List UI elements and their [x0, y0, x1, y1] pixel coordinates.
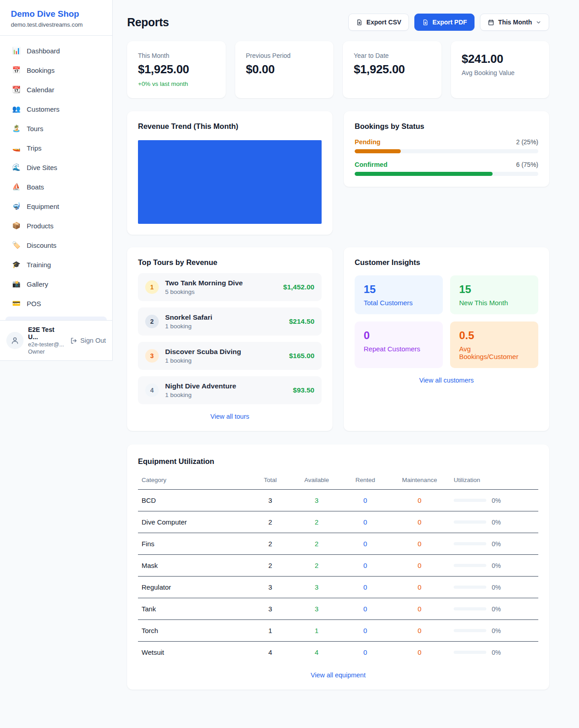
equipment-utilization: 0% — [450, 620, 538, 642]
brand-block: Demo Dive Shop demo.test.divestreams.com — [0, 0, 112, 36]
utilization-percent: 0% — [492, 605, 501, 613]
stats-row: This Month $1,925.00 +0% vs last month P… — [127, 41, 549, 98]
page-header: Reports Export CSV Export PDF This Month — [127, 14, 549, 31]
equipment-utilization-title: Equipment Utilization — [138, 457, 538, 466]
equipment-available: 2 — [292, 555, 342, 577]
active-nav-indicator — [5, 317, 107, 320]
tour-row: 1 Two Tank Morning Dive5 bookings $1,452… — [138, 273, 322, 301]
sidebar-item-label: Dive Sites — [27, 164, 57, 171]
view-all-equipment-link[interactable]: View all equipment — [138, 671, 538, 679]
col-header-utilization: Utilization — [450, 471, 538, 490]
status-count: 6 (75%) — [516, 161, 538, 168]
status-progress-track — [355, 172, 538, 176]
user-name: E2E Test U... — [28, 326, 66, 340]
equipment-rented: 0 — [342, 511, 389, 533]
status-progress-fill — [355, 172, 493, 176]
stat-card-year-to-date: Year to Date $1,925.00 — [343, 41, 441, 98]
equipment-category: Mask — [138, 555, 249, 577]
sidebar-item-training[interactable]: 🎓Training — [5, 257, 107, 272]
utilization-bar-track — [454, 629, 486, 632]
col-header-category: Category — [138, 471, 249, 490]
sidebar-item-boats[interactable]: ⛵Boats — [5, 179, 107, 194]
calendar-icon — [488, 19, 494, 26]
tour-bookings: 1 booking — [165, 392, 287, 398]
utilization-bar-track — [454, 564, 486, 567]
export-pdf-button[interactable]: Export PDF — [414, 14, 475, 31]
sidebar-item-label: Trips — [27, 144, 42, 152]
graduation-cap-icon: 🎓 — [12, 260, 21, 269]
top-tours-card: Top Tours by Revenue 1 Two Tank Morning … — [127, 247, 332, 431]
diving-mask-icon: 🤿 — [12, 202, 21, 210]
sign-out-button[interactable]: Sign Out — [70, 337, 106, 345]
sidebar-item-trips[interactable]: 🚤Trips — [5, 140, 107, 156]
insight-tile-total-customers: 15 Total Customers — [355, 275, 443, 314]
sailboat-icon: ⛵ — [12, 183, 21, 191]
user-panel: E2E Test U... e2e-tester@... Owner Sign … — [0, 320, 112, 360]
tour-name: Snorkel Safari — [165, 313, 283, 321]
sidebar-item-dashboard[interactable]: 📊Dashboard — [5, 43, 107, 58]
stat-value: $1,925.00 — [138, 62, 215, 76]
equipment-rented: 0 — [342, 577, 389, 598]
insight-value: 15 — [364, 283, 434, 296]
insight-value: 0.5 — [459, 329, 529, 342]
sidebar-item-label: Calendar — [27, 86, 54, 94]
insight-tile-repeat-customers: 0 Repeat Customers — [355, 321, 443, 368]
sidebar-item-products[interactable]: 📦Products — [5, 218, 107, 233]
tour-name: Night Dive Adventure — [165, 382, 287, 390]
equipment-available: 4 — [292, 642, 342, 663]
sidebar-item-gallery[interactable]: 📸Gallery — [5, 276, 107, 292]
equipment-total: 4 — [249, 642, 292, 663]
export-csv-label: Export CSV — [366, 19, 401, 26]
utilization-percent: 0% — [492, 519, 501, 526]
tour-bookings: 1 booking — [165, 323, 283, 330]
sidebar-item-dive-sites[interactable]: 🌊Dive Sites — [5, 160, 107, 175]
stat-card-avg-booking-value: $241.00 Avg Booking Value — [451, 41, 550, 98]
sidebar-item-customers[interactable]: 👥Customers — [5, 101, 107, 117]
page-title: Reports — [127, 16, 169, 29]
utilization-percent: 0% — [492, 540, 501, 548]
export-csv-button[interactable]: Export CSV — [348, 14, 409, 31]
revenue-trend-card: Revenue Trend (This Month) — [127, 111, 332, 235]
equipment-row: Torch11000% — [138, 620, 538, 642]
stat-delta: +0% vs last month — [138, 80, 215, 87]
sidebar-item-label: Discounts — [27, 241, 57, 249]
insight-value: 15 — [459, 283, 529, 296]
sidebar-nav: 📊Dashboard 📅Bookings 📆Calendar 👥Customer… — [0, 36, 112, 317]
equipment-available: 3 — [292, 490, 342, 511]
status-row-confirmed: Confirmed 6 (75%) — [355, 161, 538, 176]
main-content: Reports Export CSV Export PDF This Month… — [113, 0, 579, 708]
sidebar-item-tours[interactable]: 🏝️Tours — [5, 121, 107, 136]
sidebar: Demo Dive Shop demo.test.divestreams.com… — [0, 0, 113, 361]
insight-label: Repeat Customers — [364, 345, 434, 353]
view-all-customers-link[interactable]: View all customers — [355, 377, 538, 384]
period-dropdown[interactable]: This Month — [480, 14, 549, 31]
utilization-percent: 0% — [492, 562, 501, 569]
equipment-maintenance: 0 — [389, 577, 450, 598]
sidebar-item-bookings[interactable]: 📅Bookings — [5, 62, 107, 78]
equipment-utilization: 0% — [450, 598, 538, 620]
utilization-percent: 0% — [492, 627, 501, 634]
equipment-utilization: 0% — [450, 533, 538, 555]
equipment-row: Wetsuit44000% — [138, 642, 538, 663]
tour-amount: $214.50 — [289, 317, 314, 326]
view-all-tours-link[interactable]: View all tours — [138, 413, 322, 420]
equipment-maintenance: 0 — [389, 642, 450, 663]
equipment-row: Tank33000% — [138, 598, 538, 620]
sidebar-item-pos[interactable]: 💳POS — [5, 296, 107, 311]
tour-row: 4 Night Dive Adventure1 booking $93.50 — [138, 376, 322, 404]
user-meta: E2E Test U... e2e-tester@... Owner — [28, 326, 66, 355]
insight-tile-avg-bookings: 0.5 Avg Bookings/Customer — [450, 321, 538, 368]
sidebar-item-calendar[interactable]: 📆Calendar — [5, 82, 107, 97]
equipment-total: 1 — [249, 620, 292, 642]
equipment-rented: 0 — [342, 620, 389, 642]
sidebar-item-discounts[interactable]: 🏷️Discounts — [5, 237, 107, 253]
status-progress-fill — [355, 149, 401, 153]
equipment-total: 3 — [249, 490, 292, 511]
status-count: 2 (25%) — [516, 138, 538, 146]
tour-amount: $165.00 — [289, 352, 314, 360]
sidebar-item-equipment[interactable]: 🤿Equipment — [5, 199, 107, 214]
equipment-category: Wetsuit — [138, 642, 249, 663]
file-download-icon — [422, 19, 429, 26]
stat-label: Year to Date — [354, 52, 431, 59]
logout-icon — [70, 337, 78, 345]
